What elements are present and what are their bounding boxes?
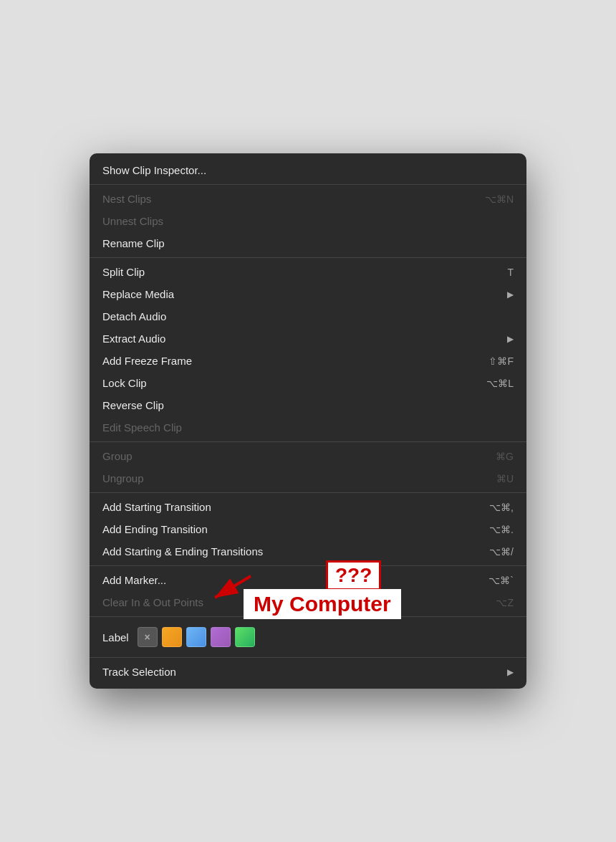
ungroup-shortcut: ⌘U	[496, 473, 514, 484]
lock-clip-label: Lock Clip	[102, 377, 472, 389]
group-label: Group	[102, 450, 481, 462]
split-section: Split Clip T Replace Media ▶ Detach Audi…	[90, 258, 526, 442]
add-freeze-frame-shortcut: ⇧⌘F	[489, 355, 514, 367]
add-freeze-frame-item[interactable]: Add Freeze Frame ⇧⌘F	[90, 350, 526, 372]
unnest-clips-item[interactable]: Unnest Clips	[90, 210, 526, 232]
replace-media-arrow: ▶	[507, 290, 514, 300]
add-starting-transition-item[interactable]: Add Starting Transition ⌥⌘,	[90, 496, 526, 518]
track-selection-arrow: ▶	[507, 667, 514, 677]
add-freeze-frame-label: Add Freeze Frame	[102, 355, 474, 367]
track-selection-item[interactable]: Track Selection ▶	[90, 661, 526, 683]
add-starting-ending-transitions-shortcut: ⌥⌘/	[489, 546, 514, 558]
clear-in-out-points-shortcut: ⌥Z	[496, 597, 514, 608]
clip-inspector-section: Show Clip Inspector...	[90, 156, 526, 185]
swatch-x-char: ×	[145, 631, 150, 643]
extract-audio-arrow: ▶	[507, 334, 514, 344]
lock-clip-item[interactable]: Lock Clip ⌥⌘L	[90, 372, 526, 394]
rename-clip-item[interactable]: Rename Clip	[90, 232, 526, 254]
group-item[interactable]: Group ⌘G	[90, 445, 526, 467]
ungroup-item[interactable]: Ungroup ⌘U	[90, 467, 526, 489]
swatch-purple[interactable]	[211, 627, 231, 647]
add-marker-label: Add Marker...	[102, 574, 474, 586]
swatch-orange[interactable]	[162, 627, 182, 647]
add-ending-transition-item[interactable]: Add Ending Transition ⌥⌘.	[90, 518, 526, 540]
detach-audio-label: Detach Audio	[102, 310, 514, 322]
add-starting-ending-transitions-item[interactable]: Add Starting & Ending Transitions ⌥⌘/	[90, 540, 526, 563]
swatch-blue[interactable]	[186, 627, 206, 647]
label-section: Label ×	[90, 617, 526, 658]
ungroup-label: Ungroup	[102, 472, 482, 484]
add-marker-shortcut: ⌥⌘`	[489, 575, 514, 586]
replace-media-item[interactable]: Replace Media ▶	[90, 283, 526, 305]
unnest-clips-label: Unnest Clips	[102, 215, 514, 227]
add-starting-ending-transitions-label: Add Starting & Ending Transitions	[102, 545, 475, 558]
label-row: Label ×	[90, 621, 526, 653]
split-clip-shortcut: T	[507, 267, 514, 278]
extract-audio-label: Extract Audio	[102, 333, 507, 345]
show-clip-inspector-item[interactable]: Show Clip Inspector...	[90, 159, 526, 181]
nest-clips-shortcut: ⌥⌘N	[485, 193, 514, 205]
split-clip-label: Split Clip	[102, 266, 493, 278]
replace-media-label: Replace Media	[102, 288, 507, 300]
group-shortcut: ⌘G	[496, 451, 514, 462]
split-clip-item[interactable]: Split Clip T	[90, 261, 526, 283]
swatch-green[interactable]	[235, 627, 255, 647]
show-clip-inspector-label: Show Clip Inspector...	[102, 164, 514, 176]
track-selection-label: Track Selection	[102, 666, 507, 678]
nest-clips-label: Nest Clips	[102, 193, 471, 205]
label-text: Label	[102, 631, 129, 644]
group-section: Group ⌘G Ungroup ⌘U	[90, 442, 526, 493]
track-selection-section: Track Selection ▶	[90, 658, 526, 686]
clear-in-out-points-item[interactable]: Clear In & Out Points ⌥Z	[90, 591, 526, 613]
add-ending-transition-shortcut: ⌥⌘.	[489, 524, 514, 535]
marker-section: Add Marker... ⌥⌘` Clear In & Out Points …	[90, 566, 526, 617]
nest-clips-section: Nest Clips ⌥⌘N Unnest Clips Rename Clip	[90, 185, 526, 258]
clear-in-out-points-label: Clear In & Out Points	[102, 596, 481, 608]
rename-clip-label: Rename Clip	[102, 237, 514, 249]
swatch-none[interactable]: ×	[138, 627, 158, 647]
add-starting-transition-label: Add Starting Transition	[102, 501, 475, 513]
reverse-clip-item[interactable]: Reverse Clip	[90, 394, 526, 416]
add-starting-transition-shortcut: ⌥⌘,	[489, 502, 514, 513]
edit-speech-clip-item[interactable]: Edit Speech Clip	[90, 416, 526, 439]
edit-speech-clip-label: Edit Speech Clip	[102, 421, 514, 434]
lock-clip-shortcut: ⌥⌘L	[486, 378, 514, 389]
nest-clips-item[interactable]: Nest Clips ⌥⌘N	[90, 188, 526, 210]
detach-audio-item[interactable]: Detach Audio	[90, 305, 526, 327]
context-menu: Show Clip Inspector... Nest Clips ⌥⌘N Un…	[90, 153, 526, 689]
add-marker-item[interactable]: Add Marker... ⌥⌘`	[90, 569, 526, 591]
transitions-section: Add Starting Transition ⌥⌘, Add Ending T…	[90, 493, 526, 566]
extract-audio-item[interactable]: Extract Audio ▶	[90, 327, 526, 350]
add-ending-transition-label: Add Ending Transition	[102, 523, 475, 535]
reverse-clip-label: Reverse Clip	[102, 399, 514, 411]
